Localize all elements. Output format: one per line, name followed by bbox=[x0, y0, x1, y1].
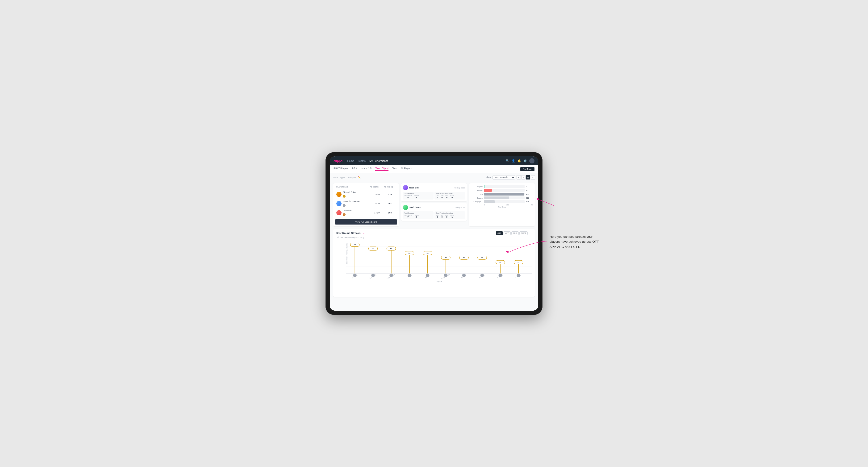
streaks-title: Best Round Streaks bbox=[336, 231, 361, 235]
bar-value-eagles: 3 bbox=[526, 186, 533, 188]
bar-row-eagles: Eagles 3 bbox=[471, 185, 533, 188]
table-row: Cameron... 3 17/20 103 bbox=[335, 208, 397, 217]
bar-chart-xlabel: Total Shots bbox=[471, 206, 533, 208]
svg-point-50 bbox=[353, 274, 356, 277]
sub-navigation: PGAT Players PGA Hcaps 1-5 Team Clippd T… bbox=[330, 165, 538, 173]
player-avg-2: 107 bbox=[384, 203, 396, 205]
tab-putt[interactable]: PUTT bbox=[519, 231, 528, 235]
bar-row-dbogeys: D. Bogeys + 131 bbox=[471, 200, 533, 203]
svg-point-53 bbox=[408, 274, 411, 277]
subnav-pgat[interactable]: PGAT Players bbox=[334, 167, 348, 171]
bar-fill-dbogeys bbox=[484, 200, 495, 203]
player-info-2: Edward Crossman 2 bbox=[336, 200, 370, 207]
metric-tabs-arrow-icon: ← bbox=[529, 231, 532, 235]
activities-label-2: Total Practice Activities bbox=[436, 212, 464, 214]
arg-value-2: 0 bbox=[446, 216, 447, 218]
add-team-button[interactable]: Add Team bbox=[520, 167, 534, 171]
tablet-screen: clippd Home Teams My Performance 🔍 👤 🔔 ⚙… bbox=[330, 156, 538, 311]
stat-tournament-2: Tournament 7 bbox=[404, 214, 412, 218]
avatar bbox=[336, 210, 342, 215]
app-value-2: 0 bbox=[441, 216, 443, 218]
tab-app[interactable]: APP bbox=[503, 231, 511, 235]
bar-track-dbogeys bbox=[484, 200, 525, 203]
period-select[interactable]: Last 3 monthsLast 6 monthsLast 12 months bbox=[493, 175, 515, 180]
player-score-3: 17/20 bbox=[370, 212, 384, 214]
ott-value-2: 0 bbox=[437, 216, 438, 218]
arg-stat: ARG 0 bbox=[445, 195, 448, 198]
svg-text:4x: 4x bbox=[463, 257, 465, 259]
nav-teams[interactable]: Teams bbox=[358, 159, 366, 162]
card-player-info-2: Josh Coles bbox=[403, 205, 421, 210]
settings-icon[interactable]: ⚙️ bbox=[523, 159, 527, 162]
player-card-2: Josh Coles 26 Aug 2023 Total Rounds Tour bbox=[401, 203, 467, 221]
player-info-1: Richard Butler 1 bbox=[336, 191, 370, 198]
ott-value-1: 0 bbox=[437, 196, 438, 198]
card-header-2: Josh Coles 26 Aug 2023 bbox=[403, 205, 465, 210]
bar-row-pars: Pars 499 bbox=[471, 193, 533, 195]
svg-point-55 bbox=[444, 274, 447, 277]
streaks-subtitle: Off The Tee Fairway Accuracy bbox=[336, 236, 532, 239]
tab-ott[interactable]: OTT bbox=[496, 231, 503, 235]
side-annotation: Here you can see streaks your players ha… bbox=[550, 234, 604, 249]
activities-label: Total Practice Activities bbox=[436, 193, 464, 194]
list-view-icon[interactable]: ≡ bbox=[521, 175, 526, 180]
bar-track-birdies bbox=[484, 189, 525, 192]
view-full-leaderboard-button[interactable]: View Full Leaderboard bbox=[335, 219, 397, 224]
subnav-tour[interactable]: Tour bbox=[392, 167, 397, 171]
annotation-arrow-2-svg bbox=[535, 196, 559, 208]
nav-my-performance[interactable]: My Performance bbox=[369, 159, 389, 162]
bar-label-bogeys: Bogeys bbox=[471, 197, 483, 199]
svg-text:5x: 5x bbox=[427, 252, 429, 254]
card-player-name-1: Rees Britt bbox=[409, 187, 420, 189]
search-icon[interactable]: 🔍 bbox=[506, 159, 509, 162]
axis-tick-0: 0 bbox=[484, 204, 485, 206]
putt-value-2: 1 bbox=[452, 216, 453, 218]
card-view-icon[interactable]: ▦ bbox=[526, 175, 530, 180]
player-score-1: 19/20 bbox=[370, 193, 384, 195]
bar-track-pars bbox=[484, 193, 525, 195]
edit-icon[interactable]: ✏️ bbox=[358, 176, 361, 179]
show-section: Show Last 3 monthsLast 6 monthsLast 12 m… bbox=[486, 175, 535, 180]
avatar bbox=[403, 205, 408, 210]
metric-tabs: OTT APP ARG PUTT ← bbox=[496, 231, 532, 235]
bar-label-pars: Pars bbox=[471, 193, 483, 195]
bar-row-bogeys: Bogeys 311 bbox=[471, 196, 533, 199]
svg-point-59 bbox=[517, 274, 520, 277]
sub-nav-links: PGAT Players PGA Hcaps 1-5 Team Clippd T… bbox=[334, 167, 520, 171]
user-icon[interactable]: 👤 bbox=[512, 159, 515, 162]
app-stat: APP 0 bbox=[441, 195, 443, 198]
bar-chart-axis: 0 200 400 bbox=[471, 204, 533, 206]
bar-track-eagles bbox=[484, 185, 525, 188]
player-name-2: Edward Crossman bbox=[343, 200, 360, 203]
activities-row-2: OTT 0 APP 0 ARG bbox=[436, 214, 464, 218]
bell-icon[interactable]: 🔔 bbox=[518, 159, 521, 162]
subnav-hcaps[interactable]: Hcaps 1-5 bbox=[361, 167, 372, 171]
annotation-arrow-svg bbox=[502, 239, 550, 257]
expand-icon[interactable]: ⤢ bbox=[531, 175, 535, 180]
bar-value-dbogeys: 131 bbox=[526, 201, 533, 203]
grid-view-icon[interactable]: ⊞ bbox=[517, 175, 521, 180]
bar-value-pars: 499 bbox=[526, 193, 533, 195]
bar-fill-birdies bbox=[484, 189, 492, 192]
bar-chart-container: Eagles 3 Birdies bbox=[471, 185, 533, 203]
bar-row-birdies: Birdies 96 bbox=[471, 189, 533, 192]
rounds-stat-group: Total Rounds Tournament 8 Practice bbox=[403, 192, 434, 199]
svg-text:4x: 4x bbox=[481, 257, 483, 259]
lb-col-avg: PB AVG SQ bbox=[384, 186, 396, 188]
nav-home[interactable]: Home bbox=[347, 159, 354, 162]
player-card-1: Rees Britt 02 Sep 2023 Total Rounds Tour bbox=[401, 183, 467, 201]
view-icons: ⊞ ≡ ▦ ⤢ bbox=[517, 175, 535, 180]
player-name-1: Richard Butler bbox=[343, 191, 356, 193]
subnav-all-players[interactable]: All Players bbox=[401, 167, 412, 171]
tab-arg[interactable]: ARG bbox=[512, 231, 519, 235]
player-avg-1: 110 bbox=[384, 193, 396, 195]
bar-label-dbogeys: D. Bogeys + bbox=[471, 201, 483, 203]
subnav-pga[interactable]: PGA bbox=[352, 167, 357, 171]
card-header-1: Rees Britt 02 Sep 2023 bbox=[403, 185, 465, 190]
subnav-team-clippd[interactable]: Team Clippd bbox=[375, 167, 389, 171]
svg-text:4x: 4x bbox=[445, 257, 447, 259]
user-avatar[interactable] bbox=[529, 158, 534, 163]
avatar bbox=[336, 201, 342, 206]
rank-badge-3: 3 bbox=[343, 213, 346, 216]
axis-tick-200: 200 bbox=[506, 204, 509, 206]
